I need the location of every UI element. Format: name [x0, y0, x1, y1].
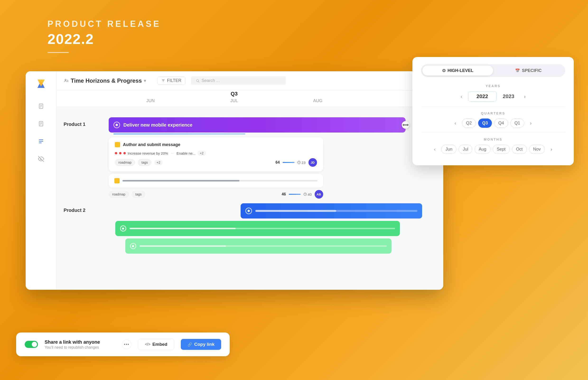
search-placeholder: Search ... — [201, 78, 220, 83]
product1-bar-title: Deliver new mobile experience — [123, 122, 193, 128]
card-time-stat: 23 — [297, 161, 306, 165]
share-more-button[interactable]: ••• — [122, 340, 131, 349]
green1-circle-icon — [120, 225, 126, 231]
calendar-tabs: ⊙ HIGH-LEVEL 📅 SPECIFIC — [421, 64, 565, 77]
years-label: YEARS — [421, 84, 565, 88]
sidebar-icon-roadmap[interactable] — [37, 137, 45, 145]
specific-icon: 📅 — [515, 68, 520, 73]
sub-item-1: Increase revenue by 20% — [128, 151, 168, 155]
copy-link-button[interactable]: 🔗 Copy link — [181, 339, 221, 350]
card-num-stat: 64 — [275, 160, 280, 165]
product2-bars — [109, 203, 443, 254]
copy-link-label: Copy link — [194, 342, 214, 347]
users-icon — [64, 78, 69, 83]
sub-item-2: Enable ne... — [177, 151, 196, 155]
months-prev-btn[interactable]: ‹ — [430, 145, 439, 154]
more-dots-icon: ••• — [124, 342, 130, 346]
second-mini-progress — [289, 194, 301, 195]
topbar-title: Time Horizons & Progress ▾ — [64, 77, 146, 84]
tag-tags[interactable]: tags — [138, 159, 151, 166]
quarter-q4[interactable]: Q4 — [494, 118, 508, 128]
product1-expanded-card: Author and submit message Increase reven… — [109, 137, 323, 171]
app-logo[interactable] — [35, 78, 47, 90]
share-toggle[interactable] — [25, 341, 38, 348]
quarters-items: Q2 Q3 Q4 Q1 — [462, 118, 524, 128]
month-aug-label: AUG — [313, 98, 322, 103]
years-next-btn[interactable]: › — [520, 92, 529, 101]
share-subtitle: You'll need to republish changes — [45, 345, 115, 350]
quarter-q3[interactable]: Q3 — [478, 118, 492, 128]
second-avatar: AB — [315, 190, 323, 199]
quarter-q2[interactable]: Q2 — [462, 118, 476, 128]
sidebar-icon-eye-slash[interactable] — [37, 155, 45, 163]
product1-main-bar-wrapper: Deliver new mobile experience ⟺ — [109, 117, 439, 134]
second-bar-progress-bg — [123, 180, 318, 181]
timeline-header: JUN Q3 JUL AUG — [56, 90, 443, 107]
svg-marker-2 — [37, 79, 45, 87]
sidebar-icon-list[interactable] — [37, 120, 45, 128]
filter-button[interactable]: FILTER — [157, 76, 186, 85]
svg-point-15 — [65, 79, 66, 80]
share-bar: Share a link with anyone You'll need to … — [16, 333, 230, 356]
card-footer: roadmap tags +2 64 23 JD — [115, 158, 317, 167]
product2-blue-bar-wrapper — [109, 203, 439, 219]
months-next-btn[interactable]: › — [547, 145, 556, 154]
embed-code-icon: </> — [145, 342, 150, 346]
quarters-prev-btn[interactable]: ‹ — [451, 119, 460, 128]
quarters-next-btn[interactable]: › — [527, 119, 535, 128]
calendar-panel: ⊙ HIGH-LEVEL 📅 SPECIFIC YEARS ‹ 2022 202… — [412, 57, 574, 165]
year-2023[interactable]: 2023 — [499, 93, 518, 99]
main-content: Time Horizons & Progress ▾ FILTER Search… — [56, 71, 443, 290]
years-row: ‹ 2022 2023 › — [421, 91, 565, 102]
product2-green1-bar-wrapper — [115, 221, 439, 236]
search-icon — [196, 79, 199, 83]
month-jul-label: JUL — [231, 98, 238, 103]
share-title: Share a link with anyone — [45, 339, 115, 345]
high-level-icon: ⊙ — [442, 68, 446, 73]
timeline-months: JUN Q3 JUL AUG — [109, 98, 443, 103]
month-sept[interactable]: Sept — [493, 145, 510, 154]
drag-handle[interactable]: ⟺ — [402, 121, 409, 129]
product2-green1-bar[interactable] — [115, 221, 400, 236]
search-bar[interactable]: Search ... — [191, 76, 286, 85]
product1-bars: Deliver new mobile experience ⟺ Author a… — [109, 117, 443, 199]
quarter-q1[interactable]: Q1 — [510, 118, 524, 128]
product2-green2-bar[interactable] — [125, 238, 392, 254]
month-jul[interactable]: Jul — [459, 145, 472, 154]
month-jun-col: JUN — [109, 98, 193, 103]
second-tag-tags[interactable]: tags — [132, 191, 145, 198]
product2-blue-bar[interactable] — [241, 203, 422, 219]
card-avatar: JD — [308, 158, 317, 167]
divider-1 — [421, 106, 565, 107]
embed-label: Embed — [152, 342, 167, 347]
tab-specific-label: SPECIFIC — [522, 68, 541, 73]
bar2-circle-icon — [245, 208, 252, 214]
month-nov[interactable]: Nov — [529, 145, 545, 154]
tab-specific[interactable]: 📅 SPECIFIC — [493, 66, 564, 76]
product1-main-bar[interactable]: Deliver new mobile experience ⟺ — [109, 117, 406, 133]
q3-label: Q3 — [231, 91, 237, 97]
green1-inner-progress — [130, 228, 395, 229]
month-jun[interactable]: Jun — [441, 145, 456, 154]
red-dot-1 — [115, 152, 117, 154]
blue-bar-inner-progress — [255, 210, 417, 212]
plus-badge: +2 — [197, 151, 206, 156]
month-aug[interactable]: Aug — [475, 145, 490, 154]
filter-icon — [161, 79, 165, 83]
quarters-row: ‹ Q2 Q3 Q4 Q1 › — [421, 118, 565, 128]
red-dot-3 — [123, 152, 126, 154]
month-oct[interactable]: Oct — [512, 145, 527, 154]
sidebar-icon-document[interactable] — [37, 102, 45, 110]
tag-roadmap[interactable]: roadmap — [115, 159, 135, 166]
red-dot-2 — [119, 152, 122, 154]
year-2022[interactable]: 2022 — [468, 91, 497, 102]
years-prev-btn[interactable]: ‹ — [457, 92, 466, 101]
dropdown-arrow[interactable]: ▾ — [144, 78, 146, 83]
topbar: Time Horizons & Progress ▾ FILTER Search… — [56, 71, 443, 90]
product1-row: Product 1 Deliver new mobile experience … — [56, 117, 443, 199]
clock-icon — [297, 161, 301, 164]
tab-high-level[interactable]: ⊙ HIGH-LEVEL — [422, 66, 493, 76]
embed-button[interactable]: </> Embed — [138, 339, 174, 350]
second-bar-footer: roadmap tags 46 40 AB — [109, 188, 323, 199]
second-tag-roadmap[interactable]: roadmap — [109, 191, 129, 198]
